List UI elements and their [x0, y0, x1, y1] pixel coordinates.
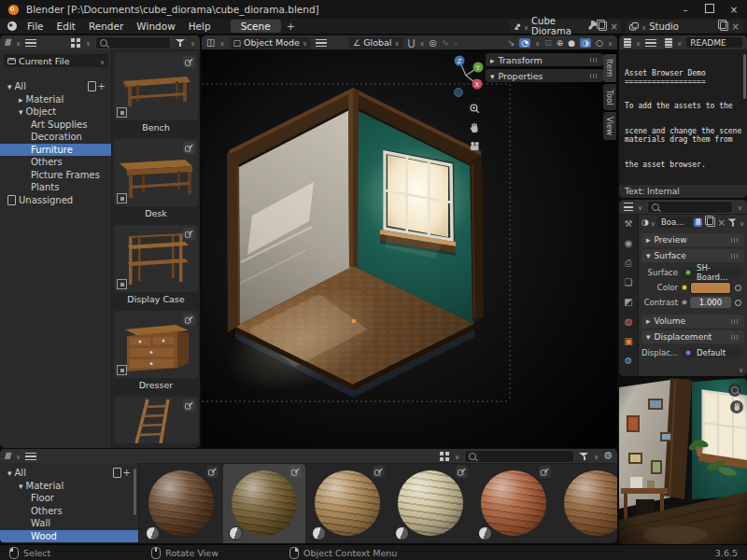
catalog-others[interactable]: Others [0, 156, 111, 169]
edit-asset-icon[interactable] [183, 56, 195, 68]
catalog-all[interactable]: All + [0, 467, 138, 480]
material-card-wood4[interactable]: Wood 4 [389, 464, 472, 543]
blender-menu-icon[interactable] [6, 21, 19, 32]
editor-type-icon[interactable]: ◫ [206, 37, 215, 48]
panel-displacement[interactable]: Displacement [641, 330, 744, 343]
unlink-scene-icon[interactable] [611, 21, 618, 32]
expand-caret-icon[interactable] [7, 468, 12, 478]
menu-icon[interactable] [316, 39, 327, 47]
remove-layer-icon[interactable] [732, 21, 740, 32]
tab-item[interactable]: Item [603, 54, 616, 82]
transform-panel-header[interactable]: Transform [486, 53, 603, 66]
panel-volume[interactable]: Volume [641, 315, 744, 328]
asset-card-dresser[interactable]: Dresser [114, 311, 198, 392]
show-gizmo-icon[interactable]: ↘ [507, 37, 514, 48]
gear-icon[interactable]: ⚙ [603, 450, 613, 462]
snap-magnet-icon[interactable]: ⋃ [408, 37, 416, 48]
asset-card-desk[interactable]: Desk [114, 139, 198, 220]
tab-view-layer-properties[interactable]: ❏ [619, 273, 638, 292]
catalog-all[interactable]: All + [0, 80, 111, 93]
edit-asset-icon[interactable] [373, 466, 385, 478]
copy-material-icon[interactable] [707, 217, 715, 227]
catalog-others[interactable]: Others [0, 505, 138, 518]
display-size-icon[interactable] [440, 452, 444, 455]
axis-negative-icon[interactable] [455, 89, 463, 97]
edit-asset-icon[interactable] [183, 399, 195, 412]
expand-caret-icon[interactable] [7, 81, 12, 91]
tab-modifier-properties[interactable]: ⚙ [619, 351, 638, 371]
material-name-field[interactable]: Boa... [657, 217, 692, 228]
maximize-button[interactable] [704, 4, 715, 15]
mode-selector[interactable]: ▢ Object Mode [230, 37, 311, 49]
text-name-field[interactable]: README [686, 37, 742, 48]
menu-icon[interactable] [25, 39, 36, 47]
show-overlays-icon[interactable]: ◔ [519, 38, 530, 48]
asset-source-selector[interactable]: Current File [4, 54, 108, 67]
tab-tool-properties[interactable]: ⚒ [619, 214, 638, 233]
catalog-decoration[interactable]: Decoration [0, 131, 111, 144]
edit-asset-icon[interactable] [206, 466, 218, 478]
shading-rendered-icon[interactable]: ○ [596, 38, 603, 48]
catalog-object[interactable]: Object [0, 105, 111, 119]
menu-icon[interactable] [645, 39, 656, 47]
text-editor-icon[interactable] [624, 38, 631, 48]
pin-icon[interactable] [588, 22, 595, 30]
close-button[interactable]: × [728, 5, 740, 15]
catalog-material[interactable]: Material [0, 93, 111, 106]
asset-browser-editor-icon[interactable] [5, 451, 11, 461]
unlink-material-icon[interactable] [717, 217, 725, 229]
catalog-furniture-selected[interactable]: Furniture [0, 144, 111, 157]
shading-material-icon[interactable]: ◑ [580, 38, 591, 48]
catalog-floor[interactable]: Floor [0, 492, 138, 505]
tab-tool[interactable]: Tool [603, 84, 616, 110]
tab-render-properties[interactable]: ◉ [619, 233, 638, 253]
material-card-wood1[interactable]: Wood 1 [140, 464, 222, 543]
edit-asset-icon[interactable] [289, 466, 302, 478]
material-icon[interactable]: ◑ [641, 217, 649, 227]
menu-window[interactable]: Window [130, 21, 181, 32]
menu-help[interactable]: Help [182, 21, 218, 32]
edit-asset-icon[interactable] [183, 314, 195, 326]
pan-hand-button[interactable] [730, 400, 743, 413]
proportional-editing-icon[interactable]: ◎ [430, 37, 437, 48]
new-layer-icon[interactable] [720, 21, 728, 31]
new-scene-icon[interactable] [599, 21, 607, 31]
tab-world-properties[interactable]: ◍ [619, 312, 638, 331]
tab-output-properties[interactable]: ⎙ [619, 253, 638, 273]
text-datablock-icon[interactable] [665, 38, 672, 48]
view-layer-selector[interactable]: Studio [626, 20, 743, 33]
edit-asset-icon[interactable] [539, 466, 551, 478]
catalog-unassigned[interactable]: Unassigned [0, 194, 111, 207]
catalog-picture-frames[interactable]: Picture Frames [0, 169, 111, 182]
catalog-material[interactable]: Material [0, 480, 138, 493]
expand-caret-icon[interactable] [19, 106, 23, 117]
properties-search-input[interactable] [647, 201, 733, 214]
material-card-partial[interactable] [556, 464, 617, 543]
keyframe-dot-icon[interactable] [735, 300, 741, 306]
asset-search-input[interactable] [95, 36, 171, 49]
material-card-wood2-selected[interactable]: Wood 2 [223, 464, 305, 543]
shading-wireframe-icon[interactable]: ⊕ [557, 38, 564, 48]
edit-asset-icon[interactable] [183, 142, 195, 154]
menu-edit[interactable]: Edit [50, 21, 82, 32]
asset-shield-icon[interactable]: Ⅲ [694, 218, 703, 227]
menu-icon[interactable] [25, 453, 36, 460]
catalog-wall[interactable]: Wall [0, 517, 138, 530]
filter-icon[interactable] [727, 218, 737, 227]
shading-solid-icon[interactable]: ● [568, 38, 575, 48]
toggle-xray-icon[interactable]: ⊡ [544, 38, 552, 48]
3d-viewport-canvas[interactable]: Z Y X [202, 49, 617, 448]
menu-render[interactable]: Render [82, 21, 130, 32]
transform-orientation-selector[interactable]: ∠ Global [349, 37, 403, 49]
catalog-plants[interactable]: Plants [0, 181, 111, 194]
minimize-button[interactable]: – [680, 5, 691, 15]
add-workspace-button[interactable]: + [281, 21, 301, 33]
color-swatch[interactable] [690, 282, 731, 294]
catalog-wood-selected[interactable]: Wood [0, 530, 138, 543]
workspace-tab-scene[interactable]: Scene [231, 20, 281, 33]
filter-icon[interactable] [176, 38, 186, 48]
contrast-value-field[interactable]: 1.000 [690, 297, 731, 308]
asset-browser-editor-icon[interactable] [5, 37, 11, 48]
edit-asset-icon[interactable] [183, 228, 195, 240]
expand-caret-icon[interactable] [19, 481, 23, 491]
